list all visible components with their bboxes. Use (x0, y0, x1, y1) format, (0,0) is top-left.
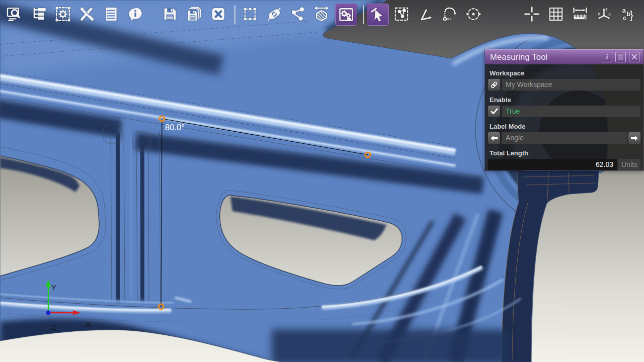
model-tree-icon[interactable] (29, 4, 50, 25)
panel-body: Workspace My Workspace Enable True Label… (485, 64, 643, 170)
axis-z-label: Z (51, 323, 56, 331)
arrow-left-icon (490, 135, 498, 141)
panel-titlebar[interactable]: Measuring Tool i (485, 49, 643, 64)
coordinate-axes-icon[interactable] (415, 4, 436, 25)
select-elements-icon[interactable] (391, 4, 412, 25)
axis-y-label: Y (51, 283, 56, 292)
search-view-icon[interactable] (4, 4, 25, 25)
marquee-select-icon[interactable] (239, 4, 261, 25)
enable-label: Enable (490, 96, 641, 104)
panel-close-button[interactable] (629, 52, 639, 62)
annotations-icon[interactable]: abc} (618, 4, 639, 25)
angle-measurement-label: 80.0° (165, 123, 185, 132)
close-icon (631, 54, 637, 60)
close-document-icon[interactable] (208, 4, 229, 25)
measure-distance-icon[interactable] (570, 4, 591, 25)
arrow-right-icon (630, 135, 638, 141)
total-length-field[interactable]: 62.03 (488, 159, 617, 170)
panel-title-text: Measuring Tool (490, 52, 599, 62)
render-settings-icon[interactable] (335, 4, 357, 26)
toolbar-separator (234, 5, 235, 24)
label-mode-next-button[interactable] (628, 132, 640, 144)
label-mode-label: Label Mode (490, 123, 641, 130)
save-all-icon[interactable] (184, 4, 205, 25)
workspace-field[interactable]: My Workspace (502, 79, 640, 90)
surface-disc-icon[interactable] (264, 4, 285, 25)
list-report-icon[interactable] (101, 4, 122, 25)
panel-menu-button[interactable] (615, 52, 626, 62)
svg-text:y: y (598, 11, 600, 16)
share-nodes-icon[interactable] (287, 4, 308, 25)
info-bubble-icon[interactable] (125, 4, 146, 25)
info-icon: i (606, 53, 608, 61)
total-length-units: Units (618, 159, 640, 170)
crosshair-icon[interactable] (521, 4, 542, 25)
label-mode-prev-button[interactable] (488, 132, 500, 144)
svg-text:x: x (608, 12, 611, 17)
panel-info-button[interactable]: i (602, 52, 612, 62)
axis-z-origin-dot (46, 310, 50, 315)
arc-measure-icon[interactable] (439, 4, 460, 25)
check-icon (491, 108, 498, 115)
svg-text:}: } (630, 8, 634, 21)
select-cursor-icon[interactable] (367, 4, 389, 26)
total-length-label: Total Length (490, 149, 641, 157)
axis-x-label: X (86, 320, 91, 328)
section-measure-icon[interactable] (311, 4, 332, 25)
grid-icon[interactable] (545, 4, 567, 25)
workspace-label: Workspace (490, 69, 641, 77)
enable-field[interactable]: True (502, 106, 640, 117)
measuring-tool-panel: Measuring Tool i Workspace My Workspace … (485, 49, 644, 171)
selection-settings-icon[interactable] (52, 4, 73, 25)
save-icon[interactable] (159, 4, 181, 25)
cad-application-window: Y X Z 80.0° zyxabc} Measuring Tool i Wor… (0, 0, 644, 362)
menu-icon (617, 54, 624, 60)
design-tools-icon[interactable] (76, 4, 98, 25)
toolbar-separator (363, 5, 364, 24)
link-icon (490, 81, 498, 89)
enable-checkbox[interactable] (488, 106, 500, 117)
svg-text:a: a (622, 7, 626, 14)
rotate-center-icon[interactable] (463, 4, 484, 25)
workspace-link-button[interactable] (488, 79, 500, 90)
label-mode-field[interactable]: Angle (502, 132, 627, 144)
svg-text:c: c (623, 14, 627, 22)
svg-text:z: z (605, 7, 608, 12)
main-toolbar: zyxabc} (0, 0, 644, 29)
axes-triad-icon[interactable]: zyx (594, 4, 615, 25)
